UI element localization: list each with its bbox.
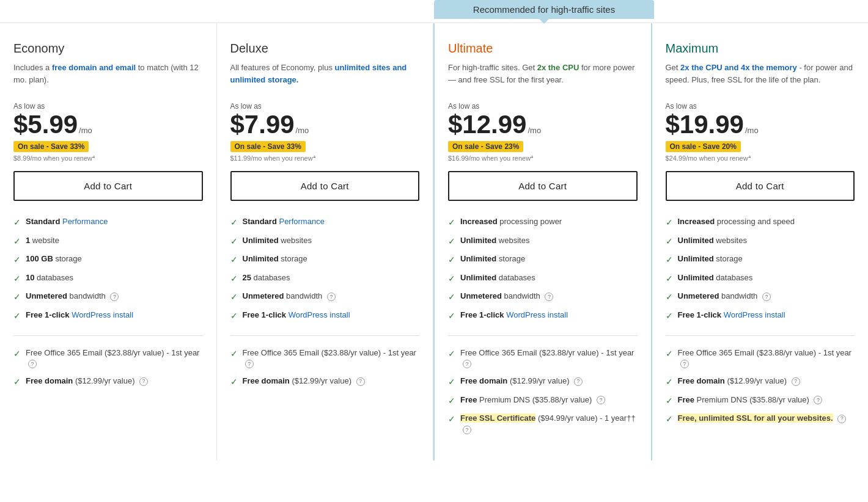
check-icon: ✓ <box>666 310 673 322</box>
add-to-cart-deluxe[interactable]: Add to Cart <box>230 171 420 201</box>
price-mo-ultimate: /mo <box>528 126 541 135</box>
info-icon[interactable]: ? <box>574 377 583 386</box>
feature-item: ✓Unlimited websites <box>230 232 420 251</box>
feature-divider <box>666 335 855 336</box>
plans-container: Economy Includes a free domain and email… <box>0 22 868 460</box>
add-to-cart-ultimate[interactable]: Add to Cart <box>448 171 638 201</box>
info-icon[interactable]: ? <box>792 377 800 386</box>
feature-item: ✓Unlimited storage <box>666 250 855 269</box>
info-icon[interactable]: ? <box>245 360 254 368</box>
sale-badge-ultimate: On sale - Save 23% <box>448 141 523 152</box>
info-icon[interactable]: ? <box>837 415 846 423</box>
feature-item: ✓Free 1-click WordPress install <box>666 307 855 326</box>
price-economy: $5.99 <box>13 112 78 137</box>
extra-item: ✓Free domain ($12.99/yr value) ? <box>448 373 638 391</box>
check-icon: ✓ <box>666 273 673 285</box>
price-ultimate: $12.99 <box>448 112 526 137</box>
feature-list-economy: ✓Standard Performance ✓1 website ✓100 GB… <box>13 213 203 326</box>
plan-desc-economy: Includes a free domain and email to matc… <box>13 62 203 91</box>
check-icon: ✓ <box>13 310 21 322</box>
info-icon[interactable]: ? <box>463 360 471 368</box>
check-icon: ✓ <box>13 376 21 388</box>
feature-item: ✓Unlimited storage <box>448 250 638 269</box>
plan-name-ultimate: Ultimate <box>448 42 638 56</box>
feature-list-deluxe: ✓Standard Performance ✓Unlimited website… <box>230 213 420 326</box>
info-icon[interactable]: ? <box>597 396 605 404</box>
add-to-cart-maximum[interactable]: Add to Cart <box>666 171 855 201</box>
check-icon: ✓ <box>13 273 21 285</box>
price-row-maximum: $19.99 /mo <box>666 112 855 137</box>
check-icon: ✓ <box>230 236 238 248</box>
plan-ultimate: Ultimate For high-traffic sites. Get 2x … <box>433 23 652 460</box>
extra-list-maximum: ✓Free Office 365 Email ($23.88/yr value)… <box>666 344 855 429</box>
check-icon: ✓ <box>666 254 673 266</box>
check-icon: ✓ <box>230 217 238 229</box>
price-maximum: $19.99 <box>666 112 744 137</box>
renew-economy: $8.99/mo when you renew⁴ <box>13 155 203 162</box>
extra-item: ✓Free Office 365 Email ($23.88/yr value)… <box>666 344 855 373</box>
check-icon: ✓ <box>666 395 673 407</box>
feature-item: ✓100 GB storage <box>13 250 203 269</box>
add-to-cart-economy[interactable]: Add to Cart <box>13 171 203 201</box>
price-row-deluxe: $7.99 /mo <box>230 112 420 137</box>
renew-deluxe: $11.99/mo when you renew⁴ <box>230 155 420 162</box>
info-icon[interactable]: ? <box>814 396 822 404</box>
price-row-ultimate: $12.99 /mo <box>448 112 638 137</box>
check-icon: ✓ <box>13 254 21 266</box>
check-icon: ✓ <box>448 291 455 304</box>
feature-list-ultimate: ✓Increased processing power ✓Unlimited w… <box>448 213 638 326</box>
sale-badge-maximum: On sale - Save 20% <box>666 141 741 152</box>
check-icon: ✓ <box>13 348 21 360</box>
info-icon[interactable]: ? <box>110 293 119 301</box>
plan-desc-ultimate: For high-traffic sites. Get 2x the CPU f… <box>448 62 638 91</box>
info-icon[interactable]: ? <box>762 293 771 301</box>
feature-item: ✓1 website <box>13 232 203 251</box>
extra-item: ✓Free Premium DNS ($35.88/yr value) ? <box>448 391 638 410</box>
check-icon: ✓ <box>666 376 673 388</box>
extra-item: ✓Free, unlimited SSL for all your websit… <box>666 410 855 429</box>
feature-divider <box>448 335 638 336</box>
recommended-banner-wrapper: Recommended for high-traffic sites <box>0 0 868 22</box>
plan-economy: Economy Includes a free domain and email… <box>0 23 217 460</box>
feature-item: ✓Free 1-click WordPress install <box>13 307 203 326</box>
info-icon[interactable]: ? <box>356 377 365 386</box>
info-icon[interactable]: ? <box>545 293 553 301</box>
info-icon[interactable]: ? <box>680 360 689 368</box>
info-icon[interactable]: ? <box>28 360 37 368</box>
feature-item: ✓Unlimited databases <box>448 269 638 288</box>
check-icon: ✓ <box>13 291 21 304</box>
check-icon: ✓ <box>666 413 673 426</box>
check-icon: ✓ <box>230 376 238 388</box>
extra-item: ✓Free Office 365 Email ($23.88/yr value)… <box>230 344 420 373</box>
feature-divider <box>13 335 203 336</box>
feature-divider <box>230 335 420 336</box>
check-icon: ✓ <box>448 217 455 229</box>
as-low-as-deluxe: As low as <box>230 102 420 111</box>
info-icon[interactable]: ? <box>139 377 148 386</box>
as-low-as-economy: As low as <box>13 102 203 111</box>
check-icon: ✓ <box>230 254 238 266</box>
extra-list-economy: ✓Free Office 365 Email ($23.88/yr value)… <box>13 344 203 391</box>
plan-deluxe: Deluxe All features of Economy, plus unl… <box>217 23 434 460</box>
renew-maximum: $24.99/mo when you renew⁴ <box>666 155 855 162</box>
check-icon: ✓ <box>230 310 238 322</box>
check-icon: ✓ <box>448 395 455 407</box>
info-icon[interactable]: ? <box>463 426 471 434</box>
plan-desc-deluxe: All features of Economy, plus unlimited … <box>230 62 420 91</box>
info-icon[interactable]: ? <box>327 293 336 301</box>
plan-name-deluxe: Deluxe <box>230 42 420 56</box>
price-mo-economy: /mo <box>79 126 92 135</box>
extra-list-ultimate: ✓Free Office 365 Email ($23.88/yr value)… <box>448 344 638 438</box>
feature-item: ✓Unlimited websites <box>666 232 855 251</box>
feature-item: ✓Unmetered bandwidth ? <box>448 288 638 307</box>
check-icon: ✓ <box>666 236 673 248</box>
extra-item: ✓Free SSL Certificate ($94.99/yr value) … <box>448 410 638 438</box>
feature-item: ✓Unmetered bandwidth ? <box>230 288 420 307</box>
check-icon: ✓ <box>448 348 455 360</box>
feature-item: ✓Increased processing and speed <box>666 213 855 232</box>
plan-maximum: Maximum Get 2x the CPU and 4x the memory… <box>652 23 869 460</box>
as-low-as-ultimate: As low as <box>448 102 638 111</box>
feature-item: ✓Unlimited websites <box>448 232 638 251</box>
check-icon: ✓ <box>666 217 673 229</box>
feature-item: ✓Standard Performance <box>230 213 420 232</box>
